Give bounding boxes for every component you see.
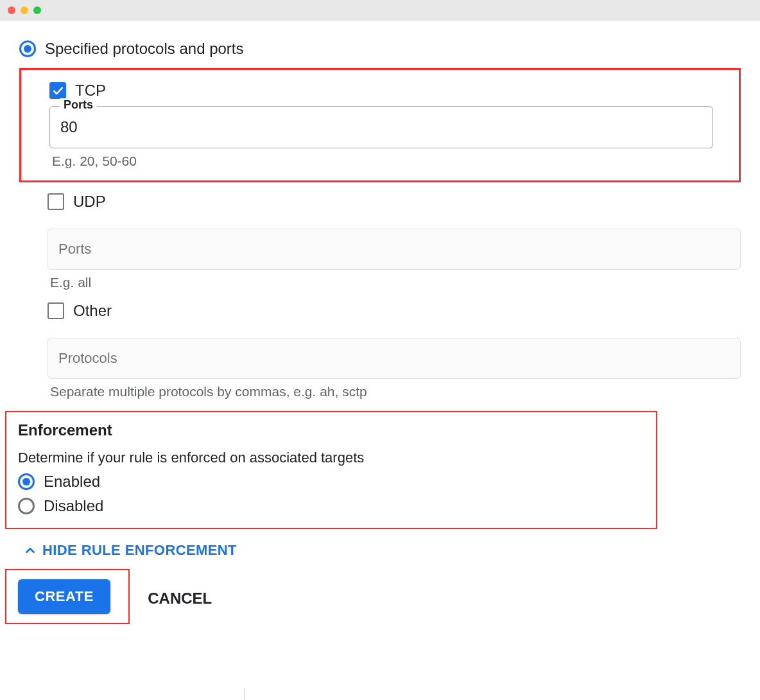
radio-icon xyxy=(18,473,35,490)
radio-label: Disabled xyxy=(44,497,103,515)
tcp-highlight: TCP Ports E.g. 20, 50-60 xyxy=(19,68,741,182)
radio-enforcement-disabled[interactable]: Disabled xyxy=(18,497,644,515)
enforcement-subtitle: Determine if your rule is enforced on as… xyxy=(18,450,644,466)
toggle-label: HIDE RULE ENFORCEMENT xyxy=(42,542,237,559)
radio-icon xyxy=(19,40,36,57)
footer-separator xyxy=(244,688,245,700)
window-titlebar xyxy=(0,0,760,21)
window-zoom-icon[interactable] xyxy=(33,6,41,14)
radio-icon xyxy=(18,498,35,514)
tcp-ports-field[interactable]: Ports xyxy=(49,106,713,148)
udp-checkbox-row[interactable]: UDP xyxy=(48,193,741,211)
tcp-ports-legend: Ports xyxy=(60,98,97,112)
enforcement-title: Enforcement xyxy=(18,421,644,439)
udp-label: UDP xyxy=(73,193,106,211)
enforcement-highlight: Enforcement Determine if your rule is en… xyxy=(5,411,657,529)
tcp-ports-hint: E.g. 20, 50-60 xyxy=(52,153,711,169)
tcp-label: TCP xyxy=(75,82,106,100)
other-label: Other xyxy=(73,302,112,320)
other-checkbox-row[interactable]: Other xyxy=(48,302,741,320)
radio-label: Specified protocols and ports xyxy=(45,40,244,58)
footer-strip xyxy=(0,688,760,700)
udp-ports-hint: E.g. all xyxy=(50,275,741,290)
chevron-up-icon xyxy=(23,543,37,557)
other-protocols-hint: Separate multiple protocols by commas, e… xyxy=(50,384,741,399)
check-icon xyxy=(51,84,64,97)
tcp-checkbox-row[interactable]: TCP xyxy=(49,82,713,100)
other-protocols-input[interactable] xyxy=(48,338,741,379)
radio-label: Enabled xyxy=(44,473,100,491)
checkbox-other[interactable] xyxy=(48,302,64,319)
checkbox-udp[interactable] xyxy=(48,193,64,210)
create-highlight: CREATE xyxy=(5,569,130,624)
checkbox-tcp[interactable] xyxy=(49,82,66,99)
cancel-button[interactable]: CANCEL xyxy=(148,590,212,608)
udp-ports-input[interactable] xyxy=(48,229,741,270)
window-minimize-icon[interactable] xyxy=(21,6,28,14)
radio-enforcement-enabled[interactable]: Enabled xyxy=(18,473,644,491)
tcp-ports-input[interactable] xyxy=(49,106,713,148)
radio-specified-protocols[interactable]: Specified protocols and ports xyxy=(19,40,741,58)
hide-rule-enforcement-toggle[interactable]: HIDE RULE ENFORCEMENT xyxy=(23,542,741,559)
create-button[interactable]: CREATE xyxy=(18,579,110,614)
window-close-icon[interactable] xyxy=(8,6,15,14)
